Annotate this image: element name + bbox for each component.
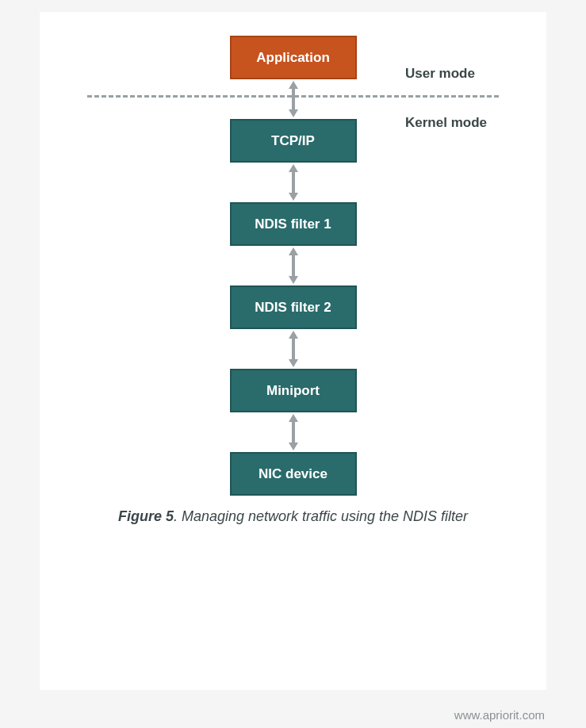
bidirectional-arrow-icon <box>284 79 303 119</box>
footer-link[interactable]: www.apriorit.com <box>454 708 545 722</box>
bidirectional-arrow-icon <box>284 163 303 202</box>
box-ndis-filter-2: NDIS filter 2 <box>230 285 357 329</box>
diagram-stack: Application TCP/IP NDIS filter 1 NDIS fi… <box>63 36 523 496</box>
box-label: Application <box>256 50 330 66</box>
box-label: NDIS filter 2 <box>255 300 331 316</box>
box-label: TCP/IP <box>271 133 315 149</box>
box-nic-device: NIC device <box>230 452 357 496</box>
box-ndis-filter-1: NDIS filter 1 <box>230 202 357 246</box>
box-label: NDIS filter 1 <box>255 216 331 232</box>
bidirectional-arrow-icon <box>284 246 303 285</box>
bidirectional-arrow-icon <box>284 329 303 369</box>
figure-caption: Figure 5. Managing network traffic using… <box>63 508 523 525</box>
figure-text: . Managing network traffic using the NDI… <box>174 508 468 524</box>
diagram-card: User mode Kernel mode Application TCP/IP… <box>40 12 546 690</box>
box-application: Application <box>230 36 357 79</box>
box-miniport: Miniport <box>230 369 357 412</box>
bidirectional-arrow-icon <box>284 412 303 452</box>
box-tcpip: TCP/IP <box>230 119 357 163</box>
box-label: Miniport <box>266 383 320 399</box>
figure-number: Figure 5 <box>118 508 174 524</box>
box-label: NIC device <box>259 466 327 482</box>
